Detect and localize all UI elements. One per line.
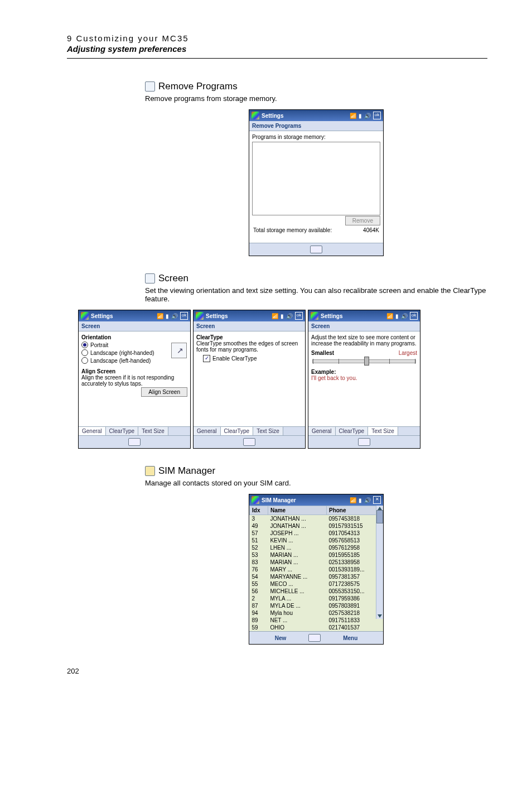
panel-title: Screen	[194, 321, 305, 331]
table-row[interactable]: 94Myla hou0257538218	[250, 609, 383, 617]
sim-contacts-table[interactable]: Idx Name Phone 3JONATHAN ...095745381849…	[249, 506, 383, 631]
table-row[interactable]: 76MARY ...0015393189...	[250, 566, 383, 573]
speaker-icon: 🔊	[286, 313, 293, 319]
cleartype-heading: ClearType	[196, 334, 223, 340]
orientation-arrow-icon: ↗	[177, 346, 183, 355]
example-text: I'll get back to you.	[311, 375, 417, 381]
table-row[interactable]: 57JOSEPH ...0917054313	[250, 530, 383, 537]
cleartype-desc: ClearType smoothes the edges of screen f…	[196, 340, 302, 353]
landscape-right-radio[interactable]	[81, 349, 88, 356]
table-row[interactable]: 59OHIO0217401537	[250, 624, 383, 631]
text-size-slider[interactable]	[312, 359, 416, 363]
portrait-radio[interactable]	[81, 342, 88, 348]
tab-cleartype[interactable]: ClearType	[221, 427, 254, 435]
cell-phone: 0917511833	[326, 617, 383, 624]
tab-text-size[interactable]: Text Size	[138, 427, 168, 435]
scrollbar[interactable]	[376, 506, 383, 619]
cell-phone: 0957612958	[326, 544, 383, 551]
close-button[interactable]: ✕	[373, 496, 381, 504]
tab-cleartype[interactable]: ClearType	[336, 427, 369, 435]
cell-idx: 89	[250, 617, 268, 624]
start-icon[interactable]	[81, 312, 89, 320]
table-row[interactable]: 3JONATHAN ...0957453818	[250, 515, 383, 523]
ok-button[interactable]: ok	[410, 312, 418, 320]
table-row[interactable]: 83MARIAN ...0251338958	[250, 559, 383, 566]
start-icon[interactable]	[252, 496, 259, 504]
col-phone[interactable]: Phone	[326, 506, 383, 515]
cell-phone: 0915955185	[326, 551, 383, 559]
page-number: 202	[67, 667, 487, 675]
table-row[interactable]: 55MECO ...0717238575	[250, 580, 383, 588]
table-row[interactable]: 56MICHELLE ...0055353150...	[250, 588, 383, 595]
cell-phone: 0251338958	[326, 559, 383, 566]
connectivity-icon: 📶	[272, 313, 278, 319]
sip-keyboard-icon[interactable]	[310, 246, 322, 253]
cell-name: OHIO	[268, 624, 326, 631]
tab-text-size[interactable]: Text Size	[368, 427, 398, 435]
scroll-down-icon[interactable]	[378, 614, 382, 618]
section-heading: Adjusting system preferences	[67, 44, 487, 54]
enable-cleartype-checkbox[interactable]: ✓	[203, 355, 210, 362]
cell-idx: 3	[250, 515, 268, 523]
cell-idx: 76	[250, 566, 268, 573]
sip-keyboard-icon[interactable]	[308, 634, 321, 642]
tab-general[interactable]: General	[308, 427, 336, 435]
programs-listbox[interactable]	[252, 142, 380, 215]
ok-button[interactable]: ok	[180, 312, 188, 320]
tab-cleartype[interactable]: ClearType	[106, 427, 139, 435]
speaker-icon: 🔊	[364, 113, 371, 119]
cell-name: MARY ...	[268, 566, 326, 573]
cell-idx: 56	[250, 588, 268, 595]
sip-keyboard-icon[interactable]	[128, 438, 141, 446]
landscape-left-label: Landscape (left-handed)	[90, 358, 151, 364]
table-row[interactable]: 2MYLA ...0917959386	[250, 595, 383, 602]
scroll-thumb[interactable]	[376, 510, 383, 523]
cell-name: MARYANNE ...	[268, 573, 326, 580]
softkey-new[interactable]: New	[275, 635, 287, 641]
cell-idx: 83	[250, 559, 268, 566]
col-name[interactable]: Name	[268, 506, 326, 515]
tab-general[interactable]: General	[79, 427, 106, 435]
connectivity-icon: 📶	[157, 313, 163, 319]
cell-idx: 94	[250, 609, 268, 617]
chapter-heading: 9 Customizing your MC35	[67, 33, 487, 43]
cell-idx: 54	[250, 573, 268, 580]
window-title: Settings	[91, 313, 113, 319]
tab-text-size[interactable]: Text Size	[253, 427, 283, 435]
enable-cleartype-label: Enable ClearType	[212, 355, 257, 362]
text-size-desc: Adjust the text size to see more content…	[311, 334, 417, 347]
cell-phone: 0055353150...	[326, 588, 383, 595]
start-icon[interactable]	[252, 112, 259, 119]
tab-general[interactable]: General	[194, 427, 221, 435]
cell-idx: 87	[250, 602, 268, 609]
cell-idx: 49	[250, 522, 268, 530]
example-heading: Example:	[311, 369, 336, 375]
cell-idx: 55	[250, 580, 268, 588]
col-idx[interactable]: Idx	[250, 506, 268, 515]
softkey-menu[interactable]: Menu	[343, 635, 357, 641]
table-row[interactable]: 52LHEN ...0957612958	[250, 544, 383, 551]
window-title: Settings	[206, 313, 228, 319]
table-row[interactable]: 51KEVIN ...0957658513	[250, 537, 383, 544]
ok-button[interactable]: ok	[295, 312, 303, 320]
table-row[interactable]: 54MARYANNE ...0957381357	[250, 573, 383, 580]
start-icon[interactable]	[311, 312, 318, 320]
align-screen-button[interactable]: Align Screen	[141, 387, 187, 397]
start-icon[interactable]	[196, 312, 204, 320]
table-row[interactable]: 49JONATHAN ...09157931515	[250, 522, 383, 530]
panel-title: Screen	[308, 321, 420, 331]
sip-keyboard-icon[interactable]	[243, 438, 255, 446]
connectivity-icon: 📶	[350, 497, 356, 503]
table-row[interactable]: 53MARIAN ...0915955185	[250, 551, 383, 559]
landscape-left-radio[interactable]	[81, 357, 88, 364]
sip-keyboard-icon[interactable]	[358, 438, 370, 446]
table-row[interactable]: 87MYLA DE ...0957803891	[250, 602, 383, 609]
cell-phone: 0957381357	[326, 573, 383, 580]
signal-icon: ▮	[395, 313, 399, 319]
ok-button[interactable]: ok	[373, 112, 381, 119]
remove-button[interactable]: Remove	[345, 216, 380, 225]
table-row[interactable]: 89NET ...0917511833	[250, 617, 383, 624]
cell-phone: 0957453818	[326, 515, 383, 523]
cell-phone: 0015393189...	[326, 566, 383, 573]
cell-name: MARIAN ...	[268, 559, 326, 566]
